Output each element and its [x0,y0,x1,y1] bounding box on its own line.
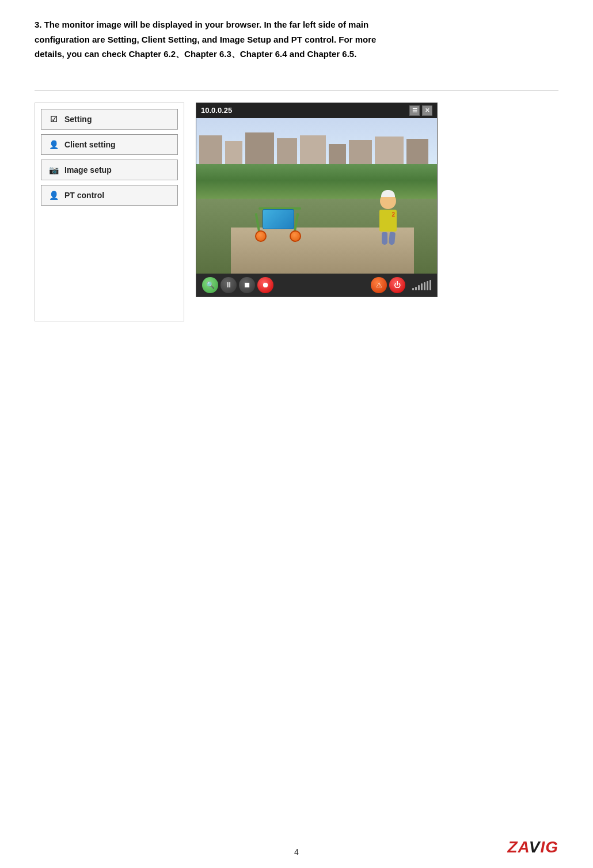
video-ip: 10.0.0.25 [201,106,232,115]
stop-icon: ⏹ [244,281,251,289]
vol-bar-4 [421,283,423,290]
image-setup-button[interactable]: 📷 Image setup [41,160,178,180]
video-screen: 2 [196,118,437,274]
vol-bar-3 [418,285,420,290]
page-footer: 4 [0,847,593,856]
intro-paragraph: 3. The monitor image will be displayed i… [35,17,558,62]
controls-left: 🔍 ⏸ ⏹ ⏺ [202,277,273,293]
brand-logo: ZAVIG [508,838,559,856]
user-icon: 👤 [47,138,60,151]
setting-label: Setting [64,115,92,124]
vol-bar-2 [415,287,417,290]
video-header-controls: ☰ ✕ [409,105,432,116]
right-panel: 10.0.0.25 ☰ ✕ [196,103,558,297]
client-setting-button[interactable]: 👤 Client setting [41,134,178,155]
record-button[interactable]: ⏺ [257,277,273,293]
vol-bar-6 [427,281,428,290]
minimize-button[interactable]: ☰ [409,105,420,116]
intro-line2: configuration are Setting, Client Settin… [35,35,376,44]
scene-baby: 2 [379,193,397,245]
power-button[interactable]: ⏻ [389,277,405,293]
intro-line3: details, you can check Chapter 6.2、Chapt… [35,49,356,59]
intro-line1: 3. The monitor image will be displayed i… [35,20,368,29]
setting-icon: ☑ [47,113,60,126]
volume-bars [412,280,431,290]
pause-button[interactable]: ⏸ [221,277,237,293]
vol-bar-5 [424,282,425,290]
pause-icon: ⏸ [225,281,233,289]
controls-right: ⚠ ⏻ [371,277,431,293]
alert-icon: ⚠ [376,281,382,289]
client-setting-label: Client setting [64,140,116,149]
record-icon: ⏺ [262,281,269,289]
video-controls: 🔍 ⏸ ⏹ ⏺ ⚠ [196,274,437,297]
close-button[interactable]: ✕ [422,105,432,116]
zoom-icon: 🔍 [206,281,215,289]
image-setup-label: Image setup [64,165,112,175]
power-icon: ⏻ [394,281,401,289]
brand-text: ZAVIG [508,838,559,856]
pt-control-button[interactable]: 👤 PT control [41,185,178,206]
stop-button[interactable]: ⏹ [239,277,255,293]
main-area: ☑ Setting 👤 Client setting 📷 Image setup… [35,103,558,321]
setting-button[interactable]: ☑ Setting [41,109,178,130]
zoom-button[interactable]: 🔍 [202,277,218,293]
scene-buildings [196,130,437,164]
chapter-6-3-link[interactable]: Chapter 6.3 [184,49,231,59]
section-divider [35,90,558,91]
alert-button[interactable]: ⚠ [371,277,387,293]
video-header: 10.0.0.25 ☰ ✕ [196,103,437,118]
camera-icon: 📷 [47,164,60,176]
page-number: 4 [294,847,299,856]
video-container: 10.0.0.25 ☰ ✕ [196,103,438,297]
vol-bar-1 [412,288,414,290]
pt-icon: 👤 [47,189,60,202]
vol-bar-7 [429,280,431,290]
scene-toy [254,204,306,242]
pt-control-label: PT control [64,191,104,200]
left-panel: ☑ Setting 👤 Client setting 📷 Image setup… [35,103,184,321]
